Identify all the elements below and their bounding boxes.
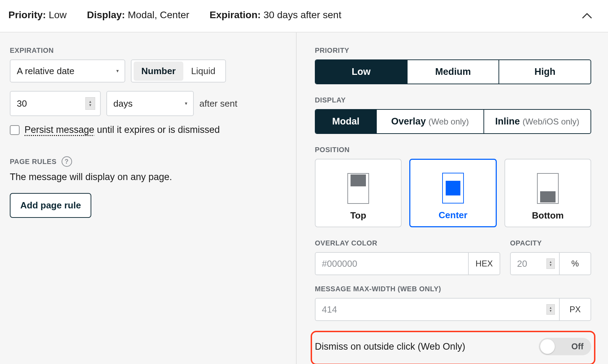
priority-low-option[interactable]: Low	[316, 60, 408, 84]
expiration-label: Expiration:	[210, 9, 261, 20]
dismiss-row-highlight: Dismiss on outside click (Web Only) Off	[311, 331, 595, 364]
priority-value: Low	[49, 9, 66, 20]
persist-checkbox[interactable]	[10, 125, 20, 135]
dismiss-toggle[interactable]: Off	[539, 338, 591, 355]
collapse-chevron-icon[interactable]	[582, 8, 592, 21]
toggle-knob-icon	[540, 339, 555, 354]
format-number-button[interactable]: Number	[134, 62, 183, 81]
overlay-color-value[interactable]: #000000	[316, 253, 468, 274]
caret-down-icon: ▼	[184, 101, 188, 106]
display-label: Display:	[87, 9, 125, 20]
display-section-label: DISPLAY	[315, 96, 591, 104]
overlay-color-unit: HEX	[468, 253, 500, 274]
priority-high-option[interactable]: High	[499, 60, 591, 84]
caret-down-icon: ▼	[115, 69, 120, 73]
overlay-color-group: OVERLAY COLOR #000000 HEX	[315, 239, 500, 275]
summary-priority: Priority: Low	[8, 9, 67, 21]
position-top-icon	[347, 173, 369, 204]
position-center-label: Center	[439, 210, 467, 221]
display-modal-option[interactable]: Modal	[316, 110, 377, 133]
position-top-label: Top	[350, 210, 366, 221]
persist-underlined: Persist message	[24, 124, 94, 135]
summary-header: Priority: Low Display: Modal, Center Exp…	[0, 0, 608, 33]
persist-row: Persist message until it expires or is d…	[10, 124, 286, 135]
display-segmented: Modal Overlay (Web only) Inline (Web/iOS…	[315, 109, 591, 134]
dismiss-state: Off	[571, 342, 584, 351]
display-overlay-option[interactable]: Overlay (Web only)	[377, 110, 484, 133]
display-overlay-label: Overlay	[391, 116, 426, 127]
settings-panel: EXPIRATION A relative date ▼ Number Liqu…	[0, 33, 608, 364]
persist-rest: until it expires or is dismissed	[94, 124, 220, 135]
display-overlay-hint: (Web only)	[429, 117, 469, 126]
summary-display: Display: Modal, Center	[87, 9, 190, 21]
position-center-card[interactable]: Center	[409, 159, 497, 227]
overlay-row: OVERLAY COLOR #000000 HEX OPACITY 20 ▲▼ …	[315, 239, 591, 275]
position-bottom-card[interactable]: Bottom	[504, 159, 591, 227]
number-stepper-icon[interactable]: ▲▼	[85, 97, 95, 110]
opacity-group: OPACITY 20 ▲▼ %	[510, 239, 591, 275]
right-column: PRIORITY Low Medium High DISPLAY Modal O…	[296, 33, 608, 364]
priority-medium-option[interactable]: Medium	[408, 60, 500, 84]
summary-values: Priority: Low Display: Modal, Center Exp…	[8, 9, 341, 21]
format-liquid-button[interactable]: Liquid	[183, 62, 223, 81]
add-page-rule-button[interactable]: Add page rule	[10, 193, 91, 218]
page-rules-section-label: PAGE RULES ?	[10, 156, 286, 167]
persist-label: Persist message until it expires or is d…	[24, 124, 220, 135]
priority-segmented: Low Medium High	[315, 59, 591, 84]
display-modal-label: Modal	[332, 116, 360, 127]
maxwidth-stepper-icon[interactable]: ▲▼	[546, 304, 555, 315]
left-column: EXPIRATION A relative date ▼ Number Liqu…	[0, 33, 296, 364]
dismiss-label: Dismiss on outside click (Web Only)	[315, 341, 465, 352]
opacity-value[interactable]: 20 ▲▼	[511, 253, 559, 274]
help-icon[interactable]: ?	[62, 156, 72, 167]
display-inline-option[interactable]: Inline (Web/iOS only)	[484, 110, 591, 133]
expiration-number-input[interactable]: 30 ▲▼	[10, 91, 101, 116]
page-rules-label-text: PAGE RULES	[10, 158, 57, 166]
position-top-card[interactable]: Top	[315, 159, 402, 227]
priority-label: Priority:	[8, 9, 46, 20]
maxwidth-value[interactable]: 414 ▲▼	[316, 299, 559, 320]
opacity-input[interactable]: 20 ▲▼ %	[510, 252, 591, 275]
maxwidth-unit: PX	[559, 299, 591, 320]
summary-expiration: Expiration: 30 days after sent	[210, 9, 341, 21]
expiration-number-value: 30	[17, 98, 27, 109]
expiration-unit-select[interactable]: days ▼	[106, 91, 194, 116]
display-inline-hint: (Web/iOS only)	[523, 117, 579, 126]
maxwidth-label: MESSAGE MAX-WIDTH (WEB ONLY)	[315, 285, 591, 293]
display-inline-label: Inline	[495, 116, 520, 127]
expiration-unit-value: days	[113, 98, 133, 109]
position-options: Top Center Bottom	[315, 159, 591, 227]
position-section-label: POSITION	[315, 146, 591, 154]
format-toggle: Number Liquid	[131, 59, 226, 83]
position-center-icon	[442, 173, 464, 204]
position-bottom-icon	[537, 173, 559, 204]
expiration-type-select[interactable]: A relative date ▼	[10, 59, 125, 83]
opacity-unit: %	[559, 253, 591, 274]
after-sent-text: after sent	[199, 98, 237, 109]
maxwidth-group: MESSAGE MAX-WIDTH (WEB ONLY) 414 ▲▼ PX	[315, 285, 591, 321]
opacity-label: OPACITY	[510, 239, 591, 247]
overlay-color-label: OVERLAY COLOR	[315, 239, 500, 247]
opacity-stepper-icon[interactable]: ▲▼	[546, 258, 555, 269]
expiration-value: 30 days after sent	[263, 9, 341, 20]
priority-section-label: PRIORITY	[315, 47, 591, 55]
expiration-section-label: EXPIRATION	[10, 47, 286, 55]
expiration-type-value: A relative date	[17, 66, 75, 77]
page-rules-description: The message will display on any page.	[10, 172, 286, 183]
overlay-color-input[interactable]: #000000 HEX	[315, 252, 500, 275]
display-value: Modal, Center	[128, 9, 189, 20]
position-bottom-label: Bottom	[532, 210, 564, 221]
maxwidth-input[interactable]: 414 ▲▼ PX	[315, 298, 591, 321]
